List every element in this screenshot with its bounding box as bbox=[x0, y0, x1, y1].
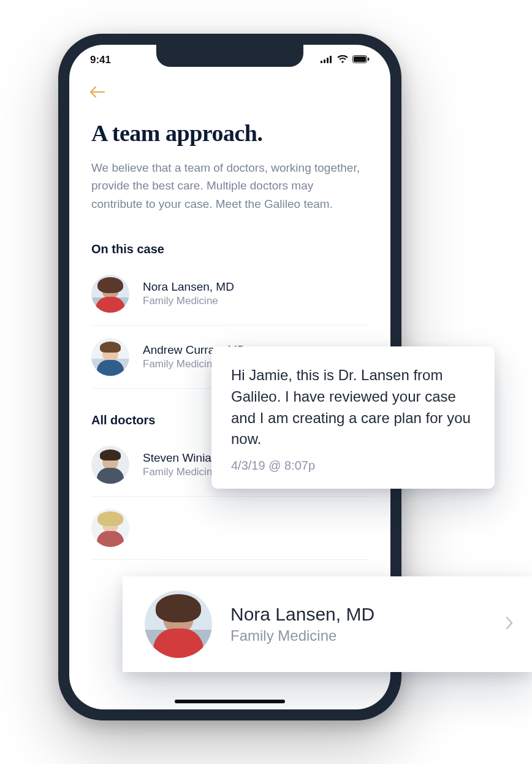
profile-info: Nora Lansen, MD Family Medicine bbox=[230, 604, 374, 644]
profile-name: Nora Lansen, MD bbox=[230, 604, 374, 625]
svg-rect-2 bbox=[327, 58, 329, 63]
message-timestamp: 4/3/19 @ 8:07p bbox=[231, 459, 475, 473]
page-intro: We believe that a team of doctors, worki… bbox=[91, 159, 361, 213]
doctor-row[interactable] bbox=[91, 497, 368, 560]
svg-rect-6 bbox=[368, 58, 369, 61]
section-heading-case: On this case bbox=[91, 242, 368, 256]
back-button[interactable] bbox=[89, 85, 368, 101]
doctor-specialty: Family Medicine bbox=[143, 295, 234, 307]
status-bar: 9:41 bbox=[69, 45, 390, 75]
avatar bbox=[91, 275, 129, 313]
status-indicators bbox=[321, 54, 370, 66]
message-card: Hi Jamie, this is Dr. Lansen from Galile… bbox=[211, 346, 495, 489]
battery-icon bbox=[352, 54, 370, 66]
svg-rect-1 bbox=[324, 59, 325, 63]
doctor-info: Nora Lansen, MD Family Medicine bbox=[143, 280, 234, 307]
signal-icon bbox=[321, 54, 333, 66]
svg-rect-3 bbox=[330, 56, 332, 63]
wifi-icon bbox=[337, 54, 348, 66]
home-indicator bbox=[175, 700, 285, 703]
status-time: 9:41 bbox=[90, 54, 111, 66]
avatar bbox=[91, 446, 129, 484]
profile-specialty: Family Medicine bbox=[230, 627, 374, 644]
message-text: Hi Jamie, this is Dr. Lansen from Galile… bbox=[231, 365, 475, 450]
svg-rect-0 bbox=[321, 61, 322, 63]
svg-rect-5 bbox=[354, 56, 366, 62]
avatar bbox=[91, 338, 129, 376]
profile-card[interactable]: Nora Lansen, MD Family Medicine bbox=[123, 576, 532, 672]
doctor-name: Nora Lansen, MD bbox=[143, 280, 234, 294]
avatar bbox=[91, 509, 129, 547]
page-title: A team approach. bbox=[91, 120, 368, 147]
avatar bbox=[145, 590, 212, 658]
chevron-right-icon bbox=[505, 616, 514, 633]
doctor-row[interactable]: Nora Lansen, MD Family Medicine bbox=[91, 262, 368, 326]
